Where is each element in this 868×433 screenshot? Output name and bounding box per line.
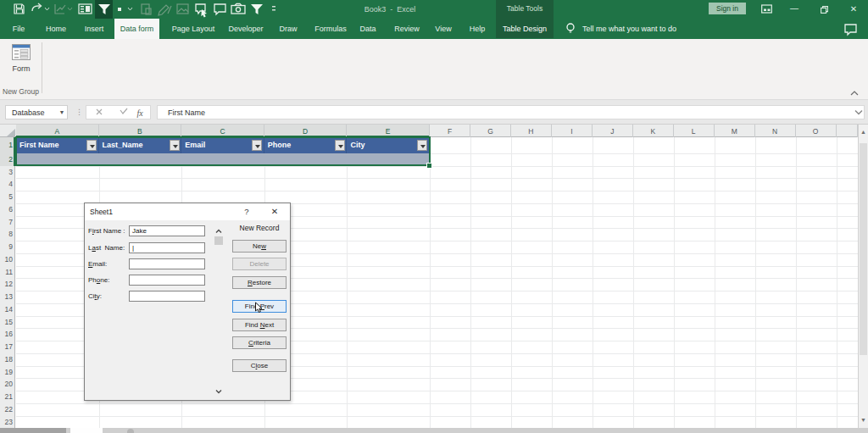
svg-text:fx: fx [136,108,143,118]
